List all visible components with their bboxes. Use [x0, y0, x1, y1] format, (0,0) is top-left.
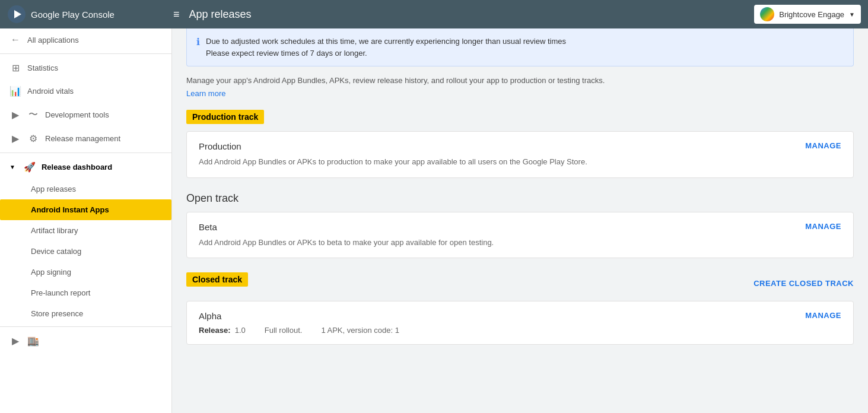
- content-area: ℹ Due to adjusted work schedules at this…: [172, 28, 868, 413]
- sidebar-divider-1: [0, 53, 171, 54]
- content-inner: ℹ Due to adjusted work schedules at this…: [172, 28, 868, 373]
- release-label: Release:: [199, 326, 230, 335]
- logo-area: Google Play Console: [7, 5, 173, 24]
- open-card-header: Beta MANAGE: [199, 222, 841, 232]
- sidebar-item-app-signing[interactable]: Pre-launch report: [0, 282, 171, 303]
- main-layout: ← All applications ⊞ Statistics 📊 Androi…: [0, 28, 868, 413]
- create-closed-track-button[interactable]: CREATE CLOSED TRACK: [753, 279, 854, 288]
- account-avatar-icon: [760, 7, 774, 21]
- sidebar: ← All applications ⊞ Statistics 📊 Androi…: [0, 28, 172, 413]
- android-vitals-arrow-icon: ▶: [9, 109, 21, 120]
- android-vitals-icon: 〜: [27, 109, 39, 121]
- logo-text: Google Play Console: [31, 9, 115, 20]
- production-track-label: Production track: [186, 110, 264, 124]
- page-title: App releases: [189, 8, 755, 21]
- open-track-title: Open track: [186, 192, 854, 205]
- play-console-logo-icon: [7, 5, 26, 24]
- hamburger-icon[interactable]: ≡: [173, 8, 180, 21]
- account-chevron-down-icon: ▼: [849, 11, 855, 18]
- alpha-card-header: Alpha MANAGE: [199, 311, 841, 321]
- open-track-card: Beta MANAGE Add Android App Bundles or A…: [186, 212, 854, 259]
- top-header: Google Play Console ≡ App releases Brigh…: [0, 0, 868, 28]
- dashboard-icon: ⊞: [9, 62, 21, 74]
- info-banner: ℹ Due to adjusted work schedules at this…: [186, 28, 854, 66]
- release-version: 1.0: [235, 326, 246, 335]
- apk-info: 1 APK, version code: 1: [321, 326, 399, 335]
- beta-card-title: Beta: [199, 222, 217, 232]
- closed-track-card: Alpha MANAGE Release: 1.0 Full rollout. …: [186, 301, 854, 345]
- sidebar-pre-launch-label: Store presence: [31, 309, 83, 318]
- sidebar-dashboard-label: Statistics: [27, 63, 58, 72]
- dev-tools-icon: ⚙: [27, 133, 39, 144]
- sidebar-item-release-dashboard[interactable]: App releases: [0, 179, 171, 199]
- production-track-section: Production track Production MANAGE Add A…: [186, 110, 854, 178]
- learn-more-link[interactable]: Learn more: [186, 89, 225, 98]
- production-card-description: Add Android App Bundles or APKs to produ…: [199, 156, 841, 168]
- sidebar-device-catalog-label: App signing: [31, 268, 71, 277]
- alpha-release-version: Release: 1.0: [199, 326, 246, 335]
- closed-track-section: Closed track CREATE CLOSED TRACK Alpha M…: [186, 272, 854, 345]
- info-circle-icon: ℹ: [196, 36, 200, 47]
- beta-manage-button[interactable]: MANAGE: [805, 222, 841, 231]
- rollout-type: Full rollout.: [265, 326, 303, 335]
- sidebar-statistics-label: Android vitals: [27, 87, 74, 96]
- page-description: Manage your app's Android App Bundles, A…: [186, 76, 854, 85]
- sidebar-divider-2: [0, 153, 171, 153]
- sidebar-item-app-releases[interactable]: Android Instant Apps: [0, 199, 171, 220]
- banner-line1: Due to adjusted work schedules at this t…: [206, 36, 566, 47]
- production-manage-button[interactable]: MANAGE: [805, 141, 841, 150]
- sidebar-item-device-catalog[interactable]: App signing: [0, 262, 171, 282]
- sidebar-app-releases-label: Android Instant Apps: [31, 205, 109, 214]
- store-presence-icon: 🏬: [27, 335, 39, 347]
- sidebar-app-signing-label: Pre-launch report: [31, 288, 90, 297]
- account-name: Brightcove Engage: [779, 10, 844, 19]
- release-mgmt-arrow-icon: ▼: [9, 164, 15, 170]
- sidebar-item-artifact-library[interactable]: Device catalog: [0, 241, 171, 262]
- alpha-card-title: Alpha: [199, 311, 221, 321]
- sidebar-item-release-management[interactable]: ▼ 🚀 Release dashboard: [0, 155, 171, 179]
- production-card-title: Production: [199, 141, 241, 151]
- sidebar-release-mgmt-label: Release dashboard: [42, 163, 112, 171]
- sidebar-android-instant-apps-label: Artifact library: [31, 226, 78, 235]
- sidebar-item-store-presence[interactable]: ▶ 🏬: [0, 329, 171, 352]
- sidebar-item-dashboard[interactable]: ⊞ Statistics: [0, 56, 171, 80]
- sidebar-divider-3: [0, 326, 171, 327]
- release-mgmt-icon: 🚀: [24, 161, 36, 173]
- account-selector[interactable]: Brightcove Engage ▼: [754, 5, 861, 24]
- sidebar-item-development-tools[interactable]: ▶ ⚙ Release management: [0, 127, 171, 150]
- production-track-card: Production MANAGE Add Android App Bundle…: [186, 131, 854, 178]
- banner-line2: Please expect review times of 7 days or …: [206, 47, 566, 59]
- sidebar-item-android-vitals[interactable]: ▶ 〜 Development tools: [0, 103, 171, 127]
- sidebar-item-statistics[interactable]: 📊 Android vitals: [0, 80, 171, 103]
- closed-track-header: Closed track CREATE CLOSED TRACK: [186, 272, 854, 294]
- sidebar-artifact-library-label: Device catalog: [31, 247, 81, 256]
- statistics-icon: 📊: [9, 85, 21, 97]
- production-card-header: Production MANAGE: [199, 141, 841, 151]
- beta-card-description: Add Android App Bundles or APKs to beta …: [199, 237, 841, 249]
- store-presence-arrow-icon: ▶: [9, 335, 21, 347]
- back-arrow-icon: ←: [9, 34, 21, 45]
- alpha-release-info: Release: 1.0 Full rollout. 1 APK, versio…: [199, 326, 841, 335]
- sidebar-item-android-instant-apps[interactable]: Artifact library: [0, 220, 171, 241]
- sidebar-dev-tools-label: Release management: [45, 134, 120, 143]
- dev-tools-arrow-icon: ▶: [9, 133, 21, 144]
- open-track-section: Open track Beta MANAGE Add Android App B…: [186, 192, 854, 259]
- alpha-manage-button[interactable]: MANAGE: [805, 311, 841, 320]
- sidebar-item-pre-launch-report[interactable]: Store presence: [0, 303, 171, 324]
- sidebar-android-vitals-label: Development tools: [45, 110, 109, 119]
- sidebar-back-label: All applications: [27, 36, 79, 45]
- sidebar-item-all-applications[interactable]: ← All applications: [0, 28, 171, 51]
- sidebar-release-dashboard-label: App releases: [31, 185, 76, 193]
- closed-track-label: Closed track: [186, 272, 248, 287]
- banner-content: Due to adjusted work schedules at this t…: [206, 36, 566, 59]
